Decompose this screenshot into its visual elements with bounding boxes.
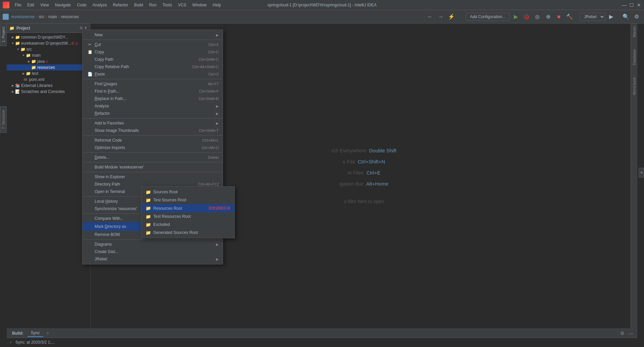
submenu-test-sources-root[interactable]: 📁 Test Sources Root xyxy=(141,196,234,204)
tree-item-scratches[interactable]: ▶ 📝 Scratches and Consoles xyxy=(7,89,90,95)
menu-optimize-imports[interactable]: Optimize Imports Ctrl+Alt+O xyxy=(83,144,223,151)
run-button[interactable]: ▶ xyxy=(511,12,521,21)
menu-navigate[interactable]: Navigate xyxy=(52,2,73,8)
jrebel-dropdown[interactable]: JRebel xyxy=(580,13,605,21)
project-panel-tab[interactable]: 1: Project xyxy=(0,23,7,46)
menu-refactor[interactable]: Refactor ▶ xyxy=(83,110,223,117)
menu-cut[interactable]: ✂ Cut Ctrl+X xyxy=(83,41,223,48)
menu-jrebel[interactable]: JRebel ▶ xyxy=(83,255,223,263)
menu-refactor[interactable]: Refactor xyxy=(110,2,131,8)
maven-panel-tab[interactable]: Maven xyxy=(632,23,637,40)
jrebel-run-button[interactable]: ▶ xyxy=(606,12,616,21)
back-button[interactable]: ← xyxy=(425,12,435,21)
menu-replace-in-path[interactable]: Replace in Path... Ctrl+Shift+R xyxy=(83,95,223,102)
tree-label: src xyxy=(26,47,32,52)
menu-build[interactable]: Build xyxy=(131,2,146,8)
tree-item-external-libs[interactable]: ▶ 📚 External Libraries xyxy=(7,83,90,89)
shortcut: Ctrl+Alt+F12 xyxy=(198,182,219,186)
submenu-sources-root[interactable]: 📁 Sources Root xyxy=(141,188,234,196)
sync-check-icon: ✓ xyxy=(9,340,13,345)
window-title: springcloud-1 [D:\project\WDYin\springcl… xyxy=(267,3,376,7)
database-panel-tab[interactable]: Database xyxy=(632,47,637,68)
search-button[interactable]: 🔍 xyxy=(621,12,631,21)
settings-button[interactable]: ⚙ xyxy=(632,12,641,21)
menu-help[interactable]: Help xyxy=(210,2,224,8)
separator xyxy=(83,172,223,172)
debug-button[interactable]: 🐞 xyxy=(522,12,531,21)
hint-text: rch Everywhere xyxy=(331,148,366,153)
submenu-excluded[interactable]: 📁 Excluded xyxy=(141,220,234,229)
breadcrumb-resources[interactable]: resources xyxy=(61,14,79,19)
tree-item-pom[interactable]: m pom.xml xyxy=(7,77,90,83)
menu-diagrams[interactable]: Diagrams ▶ xyxy=(83,241,223,248)
generated-sources-icon: 📁 xyxy=(145,230,151,235)
run-with-coverage-button[interactable]: ◎ xyxy=(533,12,542,21)
menu-edit[interactable]: Edit xyxy=(24,2,37,8)
settings-icon[interactable]: ⚙ xyxy=(619,330,626,337)
close-button[interactable]: ✕ xyxy=(637,3,641,7)
menu-tools[interactable]: Tools xyxy=(160,2,175,8)
build-tab[interactable]: Build: xyxy=(9,330,26,337)
build-button[interactable]: 🔨 xyxy=(565,12,574,21)
submenu-test-resources-root[interactable]: 📁 Test Resources Root xyxy=(141,212,234,220)
tree-item-java[interactable]: ▶ 📁 java ⚠ xyxy=(7,58,90,64)
breadcrumb-eurekaserver[interactable]: eurekaserver xyxy=(11,14,35,19)
submenu-arrow: ▶ xyxy=(216,33,219,37)
menu-vcs[interactable]: VCS xyxy=(175,2,189,8)
tree-label: pom.xml xyxy=(29,77,44,82)
tree-item-common[interactable]: ▶ 📁 common D:\project\WDY... xyxy=(7,34,90,40)
menu-analyze[interactable]: Analyze ▶ xyxy=(83,102,223,110)
maximize-button[interactable]: ☐ xyxy=(629,3,634,7)
menu-view[interactable]: View xyxy=(38,2,52,8)
submenu-resources-root[interactable]: 📁 Resources Root ③资源根目录 xyxy=(141,204,234,212)
menu-show-explorer[interactable]: Show in Explorer xyxy=(83,173,223,181)
menu-new[interactable]: New ▶ xyxy=(83,31,223,39)
menu-reformat[interactable]: Reformat Code Ctrl+Alt+L xyxy=(83,137,223,144)
tree-item-eurekaserver[interactable]: ▼ 📁 eurekaserver D:\project\W... ① ⚠ xyxy=(7,40,90,46)
tree-item-main[interactable]: ▼ 📁 main xyxy=(7,52,90,58)
menu-copy-relative-path[interactable]: Copy Relative Path Ctrl+Alt+Shift+C xyxy=(83,63,223,70)
minimize-panel-button[interactable]: — xyxy=(627,330,635,337)
menu-window[interactable]: Window xyxy=(190,2,209,8)
hint-key: Double Shift xyxy=(369,148,396,153)
project-panel: 📁 Project ⚙ ▼ ▶ 📁 common D:\project\WDY.… xyxy=(7,23,91,328)
menu-copy-path[interactable]: Copy Path Ctrl+Shift+C xyxy=(83,56,223,63)
tree-item-src[interactable]: ▼ 📁 src xyxy=(7,46,90,52)
tree-item-resources[interactable]: 📁 resources xyxy=(7,64,90,70)
add-configuration-button[interactable]: Add Configuration... xyxy=(466,13,510,21)
minimize-button[interactable]: — xyxy=(622,3,627,7)
menu-find-in-path[interactable]: Find in Path... Ctrl+Shift+F xyxy=(83,88,223,95)
tree-item-test[interactable]: ▶ 📁 test xyxy=(7,70,90,77)
menu-create-gist[interactable]: Create Gist... xyxy=(83,248,223,255)
wordbook-panel-tab[interactable]: Word book xyxy=(632,75,637,98)
structure-panel-tab[interactable]: 7: Structure xyxy=(0,106,7,133)
menu-run[interactable]: Run xyxy=(147,2,159,8)
breadcrumb-src[interactable]: src xyxy=(39,14,44,19)
shortcut: Ctrl+X xyxy=(208,43,219,47)
tree-label: test xyxy=(32,71,38,76)
menu-add-favorites[interactable]: Add to Favorites ▶ xyxy=(83,119,223,127)
menu-file[interactable]: File xyxy=(12,2,24,8)
stop-button[interactable]: ■ xyxy=(554,12,564,21)
hint-text: nt Files xyxy=(347,170,364,176)
sync-tab[interactable]: Sync xyxy=(28,330,43,337)
build-sync-status: ✓ Sync: at 2020/3/2 1:... xyxy=(9,340,635,345)
menu-analyze[interactable]: Analyze xyxy=(90,2,110,8)
forward-button[interactable]: → xyxy=(436,12,445,21)
navigate-button[interactable]: ⚡ xyxy=(447,12,456,21)
menu-paste[interactable]: 📄 Paste Ctrl+V xyxy=(83,70,223,78)
sync-close-button[interactable]: × xyxy=(45,330,51,337)
menu-image-thumbnails[interactable]: Show Image Thumbnails Ctrl+Shift+T xyxy=(83,127,223,134)
hint-key: Ctrl+E xyxy=(366,170,380,176)
menu-code[interactable]: Code xyxy=(74,2,89,8)
menu-delete[interactable]: Delete... Delete xyxy=(83,154,223,161)
resources-root-icon: 📁 xyxy=(145,206,151,211)
sources-root-icon: 📁 xyxy=(145,190,151,194)
menu-copy[interactable]: 📋 Copy Ctrl+C xyxy=(83,48,223,56)
profile-button[interactable]: ⊕ xyxy=(543,12,553,21)
submenu-generated-sources[interactable]: 📁 Generated Sources Root xyxy=(141,229,234,237)
menu-build-module[interactable]: Build Module 'eurekaserver' xyxy=(83,163,223,171)
menu-find-usages[interactable]: Find Usages Alt+F7 xyxy=(83,80,223,88)
favorites-star-icon[interactable]: ★ xyxy=(639,169,644,176)
breadcrumb-main[interactable]: main xyxy=(48,14,57,19)
